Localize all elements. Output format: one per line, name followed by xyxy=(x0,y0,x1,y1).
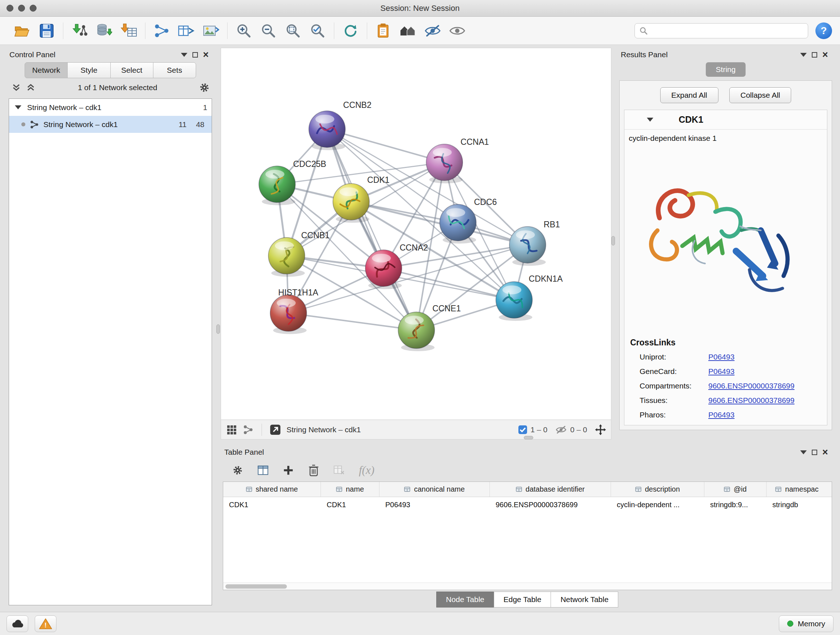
table-settings-button[interactable] xyxy=(232,465,243,475)
crosslink-link[interactable]: P06493 xyxy=(708,353,734,361)
selected-checkbox-icon[interactable] xyxy=(518,425,527,434)
window-minimize-button[interactable] xyxy=(18,5,25,11)
network-share-icon xyxy=(154,23,169,38)
column-header-id[interactable]: @id xyxy=(704,482,767,497)
svg-text:!: ! xyxy=(44,621,47,629)
warnings-button[interactable]: ! xyxy=(35,616,57,632)
column-header-name[interactable]: name xyxy=(321,482,379,497)
hidden-eye-icon[interactable] xyxy=(555,425,567,434)
table-panel-close-button[interactable]: × xyxy=(820,447,831,457)
crosslink-link[interactable]: 9606.ENSP00000378699 xyxy=(708,396,794,405)
table-panel-collapse-button[interactable] xyxy=(798,447,809,457)
search-input[interactable] xyxy=(651,27,804,35)
zoom-selected-button[interactable] xyxy=(308,21,327,41)
column-header-description[interactable]: description xyxy=(611,482,704,497)
open-file-button[interactable] xyxy=(12,21,32,41)
gene-caret-icon[interactable] xyxy=(647,118,653,122)
export-view-button[interactable] xyxy=(270,424,281,435)
collapse-all-networks-button[interactable] xyxy=(11,82,22,93)
network-status-dot xyxy=(21,122,25,126)
table-panel-float-button[interactable] xyxy=(809,447,820,457)
window-zoom-button[interactable] xyxy=(30,5,36,11)
horizontal-scrollbar[interactable] xyxy=(223,583,832,590)
network-edge[interactable] xyxy=(351,202,528,245)
grid-view-button[interactable] xyxy=(226,424,237,435)
results-panel-float-button[interactable] xyxy=(809,50,820,60)
tab-network-table[interactable]: Network Table xyxy=(551,592,618,608)
column-header-namespace[interactable]: namespac xyxy=(767,482,827,497)
tab-select[interactable]: Select xyxy=(111,62,153,78)
control-panel-close-button[interactable]: × xyxy=(201,50,211,60)
export-network-button[interactable] xyxy=(177,21,196,41)
pan-tool-button[interactable] xyxy=(595,424,606,435)
bottom-splitter-handle[interactable] xyxy=(524,436,533,440)
network-options-button[interactable] xyxy=(199,82,210,93)
network-row[interactable]: String Network – cdk1 11 48 xyxy=(9,116,212,133)
memory-button[interactable]: Memory xyxy=(779,616,834,632)
control-panel-header: Control Panel × xyxy=(6,48,215,62)
control-panel-collapse-button[interactable] xyxy=(179,50,189,60)
show-all-button[interactable] xyxy=(447,21,467,41)
network-edge[interactable] xyxy=(288,313,416,330)
window-close-button[interactable] xyxy=(6,5,13,11)
column-header-shared-name[interactable]: shared name xyxy=(223,482,321,497)
hide-selected-button[interactable] xyxy=(423,21,442,41)
import-table-from-file-button[interactable] xyxy=(119,21,139,41)
show-columns-button[interactable] xyxy=(257,465,268,475)
node-label-CCNB2: CCNB2 xyxy=(343,100,371,110)
expand-all-button[interactable]: Expand All xyxy=(660,87,718,103)
cloud-button[interactable] xyxy=(6,616,28,632)
gene-header[interactable]: CDK1 xyxy=(624,110,827,130)
home-view-button[interactable] xyxy=(398,21,418,41)
column-header-database-identifier[interactable]: database identifier xyxy=(490,482,611,497)
collapse-all-button[interactable]: Collapse All xyxy=(729,87,791,103)
tree-caret-icon[interactable] xyxy=(15,105,21,109)
network-graph[interactable]: CCNB2CCNA1CDC25BCDK1CDC6RB1CCNB1CCNA2CDK… xyxy=(221,48,611,420)
node-label-CCNE1: CCNE1 xyxy=(432,304,461,313)
table-row[interactable]: CDK1 CDK1 P06493 9606.ENSP00000378699 cy… xyxy=(223,497,832,512)
left-splitter-handle[interactable] xyxy=(216,325,220,334)
delete-column-button[interactable] xyxy=(308,465,319,475)
tab-network[interactable]: Network xyxy=(25,62,68,78)
network-collection-row[interactable]: String Network – cdk1 1 xyxy=(9,99,212,116)
float-icon xyxy=(193,52,198,57)
tab-style[interactable]: Style xyxy=(67,62,111,78)
new-network-button[interactable] xyxy=(152,21,172,41)
import-network-from-file-button[interactable] xyxy=(70,21,89,41)
column-icon xyxy=(724,486,730,492)
delete-table-button[interactable] xyxy=(333,465,344,475)
export-image-button[interactable] xyxy=(201,21,221,41)
crosslink-link[interactable]: P06493 xyxy=(708,367,734,376)
tab-node-table[interactable]: Node Table xyxy=(436,592,494,608)
node-label-CDC25B: CDC25B xyxy=(293,159,326,169)
birdseye-view-button[interactable] xyxy=(243,424,254,435)
column-header-canonical-name[interactable]: canonical name xyxy=(379,482,490,497)
toolbar-separator xyxy=(227,22,227,39)
expand-all-networks-button[interactable] xyxy=(25,82,36,93)
crosslink-link[interactable]: P06493 xyxy=(708,410,734,419)
crosslink-link[interactable]: 9606.ENSP00000378699 xyxy=(708,382,794,390)
save-session-button[interactable] xyxy=(37,21,57,41)
tab-edge-table[interactable]: Edge Table xyxy=(494,592,551,608)
grid-icon xyxy=(226,424,237,435)
network-canvas[interactable]: CCNB2CCNA1CDC25BCDK1CDC6RB1CCNB1CCNA2CDK… xyxy=(221,48,611,420)
function-builder-button[interactable]: f(x) xyxy=(359,464,374,477)
results-panel-close-button[interactable]: × xyxy=(820,50,831,60)
crosslink-row: GeneCard: P06493 xyxy=(624,367,827,376)
scrollbar-thumb[interactable] xyxy=(225,584,287,589)
control-panel-float-button[interactable] xyxy=(189,50,201,60)
right-splitter-handle[interactable] xyxy=(611,236,615,245)
tab-sets[interactable]: Sets xyxy=(153,62,196,78)
zoom-fit-button[interactable] xyxy=(283,21,303,41)
create-column-button[interactable] xyxy=(283,465,294,475)
results-panel-collapse-button[interactable] xyxy=(798,50,809,60)
help-button[interactable]: ? xyxy=(815,22,832,39)
import-network-from-database-button[interactable] xyxy=(95,21,114,41)
copy-style-button[interactable] xyxy=(374,21,393,41)
refresh-button[interactable] xyxy=(341,21,360,41)
zoom-in-button[interactable] xyxy=(234,21,254,41)
network-edge[interactable] xyxy=(327,129,416,330)
zoom-out-button[interactable] xyxy=(259,21,278,41)
selected-counts-group: 1 – 0 xyxy=(518,425,548,434)
tab-string[interactable]: String xyxy=(706,62,746,77)
